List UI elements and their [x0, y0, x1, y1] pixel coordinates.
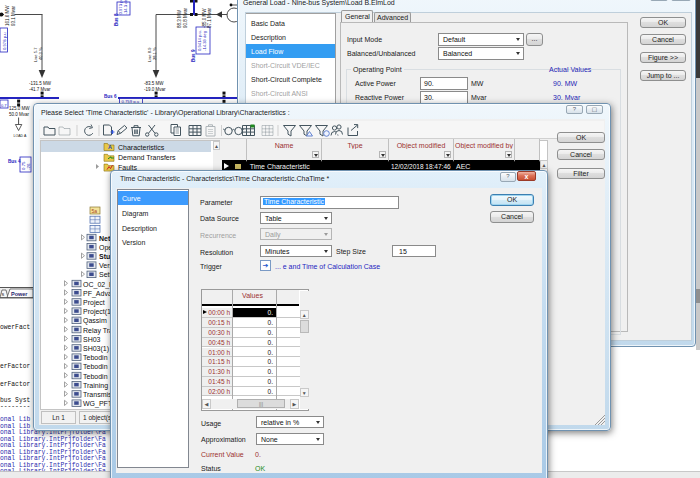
svg-text:Project(1): Project(1)	[83, 308, 113, 316]
svg-text:Tebodin: Tebodin	[83, 354, 108, 361]
svg-text:Characteristics: Characteristics	[118, 144, 165, 151]
svg-text:Tebodin: Tebodin	[83, 373, 108, 380]
svg-text:A: A	[108, 144, 112, 150]
svg-text:5a: 5a	[92, 208, 98, 214]
svg-text:Training: Training	[83, 382, 108, 390]
svg-text:Demand Transfers: Demand Transfers	[118, 154, 176, 161]
svg-text:Qassim: Qassim	[83, 317, 107, 325]
svg-text:WG_PFT: WG_PFT	[83, 400, 113, 408]
svg-text:Tebodin: Tebodin	[83, 363, 108, 370]
svg-text:Project: Project	[83, 299, 105, 307]
svg-text:SH03: SH03	[83, 336, 101, 343]
svg-text:SH03(1): SH03(1)	[83, 345, 109, 353]
